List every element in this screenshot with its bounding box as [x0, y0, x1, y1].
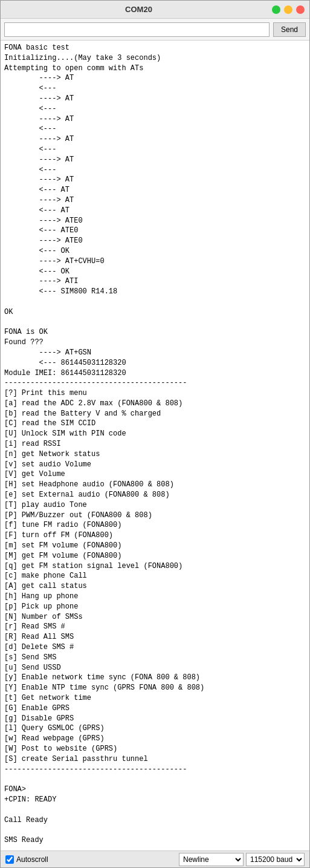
status-bar: Autoscroll Newline No line ending Carria…: [1, 850, 309, 867]
window-controls: [272, 5, 305, 14]
title-bar: COM20: [1, 1, 309, 19]
command-input[interactable]: [4, 22, 270, 37]
autoscroll-text: Autoscroll: [16, 855, 48, 864]
status-right: Newline No line ending Carriage return B…: [179, 853, 305, 866]
autoscroll-checkbox[interactable]: [5, 855, 14, 864]
main-window: COM20 Send FONA basic test Initializing.…: [0, 0, 310, 868]
window-title: COM20: [5, 5, 272, 14]
send-button[interactable]: Send: [273, 22, 306, 37]
baud-select[interactable]: 115200 baud 300 baud 1200 baud 2400 baud…: [246, 853, 305, 866]
newline-select[interactable]: Newline No line ending Carriage return B…: [179, 853, 244, 866]
close-button[interactable]: [296, 5, 305, 14]
maximize-button[interactable]: [272, 5, 280, 14]
minimize-button[interactable]: [284, 5, 292, 14]
toolbar: Send: [1, 19, 309, 41]
autoscroll-label[interactable]: Autoscroll: [5, 855, 48, 864]
console-output: FONA basic test Initializing....(May tak…: [1, 41, 309, 850]
